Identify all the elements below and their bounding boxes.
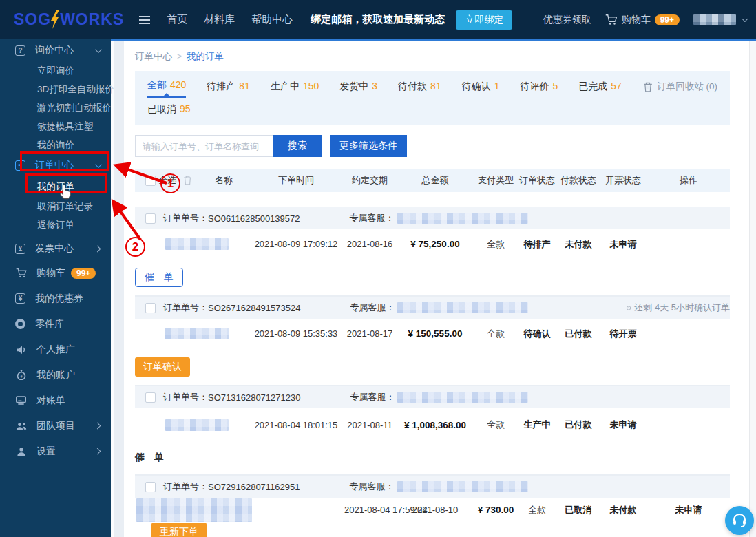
customer-service-label: 专属客服： <box>350 212 395 224</box>
part-ring-icon <box>15 319 25 329</box>
sidebar-item-my-inquiries[interactable]: 我的询价 <box>0 136 111 154</box>
question-bubble-icon: ? <box>15 45 25 56</box>
order-amount: ¥ 150,555.00 <box>395 328 475 339</box>
order-name-blurred[interactable] <box>136 498 252 522</box>
order-checkbox[interactable] <box>145 482 156 492</box>
order-checkbox[interactable] <box>145 392 156 403</box>
cart-label: 购物车 <box>622 14 651 26</box>
tab-completed[interactable]: 已完成57 <box>578 81 622 98</box>
invoice-icon: ¥ <box>15 244 25 254</box>
menu-hamburger-icon[interactable] <box>139 16 150 24</box>
sidebar-item-team-projects[interactable]: 团队项目 <box>0 413 111 439</box>
select-all-label: 全选 <box>158 174 176 187</box>
order-name-blurred[interactable] <box>165 238 229 250</box>
urge-order-button[interactable]: 催 单 <box>135 268 183 287</box>
customer-service-label: 专属客服： <box>350 391 395 403</box>
nav-link-home[interactable]: 首页 <box>167 13 187 26</box>
col-pay-status: 付款状态 <box>558 174 599 187</box>
reorder-button[interactable]: 重新下单 <box>151 523 207 537</box>
sidebar-item-agile-mold[interactable]: 敏捷模具注塑 <box>0 117 111 136</box>
trash-icon[interactable] <box>183 176 192 185</box>
username-blurred[interactable] <box>693 14 736 25</box>
more-filters-button[interactable]: 更多筛选条件 <box>330 135 407 157</box>
coupon-claim-link[interactable]: 优惠券领取 <box>543 14 591 26</box>
sidebar-item-cancelled-order-records[interactable]: 取消订单记录 <box>0 197 111 215</box>
sidebar-item-settings[interactable]: 设置 <box>0 439 111 464</box>
select-all-checkbox[interactable] <box>145 176 156 186</box>
order-pay-status: 未付款 <box>558 238 599 251</box>
chevron-down-icon <box>95 46 102 53</box>
lightning-bolt-icon <box>50 10 61 29</box>
sidebar-item-inquiry-center[interactable]: ? 询价中心 <box>0 39 111 61</box>
urge-order-text[interactable]: 催 单 <box>135 452 158 464</box>
order-checkbox[interactable] <box>145 303 156 313</box>
nav-link-help-center[interactable]: 帮助中心 <box>251 13 293 26</box>
breadcrumb-my-orders[interactable]: 我的订单 <box>187 50 224 63</box>
person-icon <box>15 445 27 457</box>
tab-in-production[interactable]: 生产中150 <box>271 81 319 98</box>
order-status: 待排产 <box>516 238 558 251</box>
order-status: 生产中 <box>516 419 558 431</box>
scrollbar-track[interactable] <box>749 41 756 537</box>
user-chevron-down-icon <box>742 15 748 22</box>
sidebar-item-cart[interactable]: 购物车 99+ <box>0 260 111 286</box>
sidebar-item-invoice-center[interactable]: ¥ 发票中心 <box>0 237 111 260</box>
tab-pending-confirmation[interactable]: 待确认1 <box>462 81 500 98</box>
sidebar-item-parts-library[interactable]: 零件库 <box>0 311 111 337</box>
order-name-blurred[interactable] <box>165 419 229 431</box>
order-checkbox[interactable] <box>145 213 156 224</box>
sidebar-item-repair-orders[interactable]: 返修订单 <box>0 215 111 234</box>
order-time: 2021-08-04 17:59:24 <box>344 505 395 515</box>
statement-icon <box>15 394 27 406</box>
navbar-cart-link[interactable]: 购物车 99+ <box>605 14 680 26</box>
chevron-down-icon <box>95 161 102 168</box>
sidebar-item-my-account[interactable]: ¥ 我的账户 <box>0 362 111 388</box>
support-chat-button[interactable] <box>725 506 754 535</box>
order-search-input[interactable] <box>135 135 273 157</box>
sidebar-item-my-orders[interactable]: 我的订单 <box>0 176 111 197</box>
order-pay-status: 已付款 <box>558 328 599 340</box>
order-status: 已取消 <box>558 504 599 516</box>
order-row: 2021-08-09 15:35:33 2021-08-17 ¥ 150,555… <box>135 319 730 385</box>
order-pay-type: 全款 <box>475 328 516 340</box>
tab-pending-payment[interactable]: 待付款81 <box>398 81 441 98</box>
cart-icon <box>15 267 27 279</box>
order-status-tabbar: 全部420 待排产81 生产中150 发货中3 待付款81 待确认1 待评价5 … <box>135 71 730 125</box>
confirm-order-button[interactable]: 订单确认 <box>135 357 190 377</box>
order-due: 2021-08-10 <box>395 505 475 515</box>
search-button[interactable]: 搜索 <box>273 135 322 157</box>
order-invoice-status: 未申请 <box>599 238 647 251</box>
order-recycle-bin-link[interactable]: 订单回收站 (0) <box>643 81 717 98</box>
bind-now-button[interactable]: 立即绑定 <box>456 10 512 30</box>
tab-pending-review[interactable]: 待评价5 <box>520 81 558 98</box>
nav-link-materials[interactable]: 材料库 <box>204 13 235 26</box>
sidebar-item-laser-cut-quote[interactable]: 激光切割自动报价 <box>0 98 111 117</box>
sidebar-item-3d-print-quote[interactable]: 3D打印全自动报价 <box>0 80 111 98</box>
sidebar-item-order-center[interactable]: ≡ 订单中心 <box>0 154 111 176</box>
order-time: 2021-08-04 18:01:15 <box>248 420 344 430</box>
sidebar-item-my-coupons[interactable]: ¥ 我的优惠券 <box>0 286 111 311</box>
tab-shipping[interactable]: 发货中3 <box>339 81 377 98</box>
order-group: 订单单号： SO0611628500139572 专属客服： 2021-08-0… <box>135 207 730 295</box>
tab-cancelled[interactable]: 已取消95 <box>147 103 191 116</box>
order-name-blurred[interactable] <box>165 328 229 339</box>
customer-service-label: 专属客服： <box>350 302 395 314</box>
order-no: SO0611628500139572 <box>208 213 300 224</box>
order-pay-status: 已付款 <box>558 419 599 431</box>
order-amount: ¥ 730.00 <box>475 505 516 515</box>
sidebar-item-statement[interactable]: 对账单 <box>0 388 111 413</box>
sidebar-item-inquire-now[interactable]: 立即询价 <box>0 61 111 80</box>
breadcrumb-order-center[interactable]: 订单中心 <box>135 50 172 63</box>
top-navbar: SOG WORKS 首页 材料库 帮助中心 绑定邮箱，获取速加最新动态 立即绑定… <box>0 0 756 39</box>
tab-all[interactable]: 全部420 <box>147 79 186 98</box>
customer-service-blurred <box>397 392 528 403</box>
order-group: 订单单号： SO2671628491573524 专属客服： 还剩 4天 5小时… <box>135 295 730 385</box>
sidebar-nav: ? 询价中心 立即询价 3D打印全自动报价 激光切割自动报价 敏捷模具注塑 我的… <box>0 39 111 537</box>
sidebar-item-personal-promotion[interactable]: 个人推广 <box>0 337 111 362</box>
order-no-label: 订单单号： <box>163 481 208 493</box>
chevron-right-icon <box>94 448 101 455</box>
order-pay-type: 全款 <box>475 419 516 431</box>
tab-pending-scheduling[interactable]: 待排产81 <box>207 81 250 98</box>
sogaworks-logo[interactable]: SOG WORKS <box>14 10 124 29</box>
logo-text-sog: SOG <box>14 10 51 29</box>
